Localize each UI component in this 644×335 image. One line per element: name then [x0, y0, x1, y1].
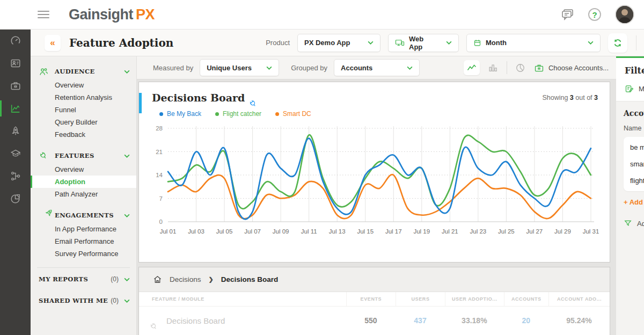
nav-item-path-analyzer[interactable]: Path Analyzer — [31, 188, 136, 200]
top-bar-right: ? — [560, 5, 634, 24]
main-content: Measured by Unique Users Grouped by Acco… — [137, 56, 644, 335]
cell-user-adoption: 33.18% — [445, 316, 504, 325]
nav-item-audience-overview[interactable]: Overview — [31, 79, 136, 91]
svg-text:Jul 19: Jul 19 — [413, 228, 430, 235]
chevron-down-icon — [124, 154, 130, 158]
line-chart-view-button[interactable] — [464, 60, 480, 75]
rail-launch-rocket-icon[interactable] — [0, 120, 31, 142]
product-select[interactable]: PX Demo App — [297, 34, 380, 52]
page-header: « Feature Adoption Product PX Demo App W… — [31, 30, 644, 56]
nav-item-features-overview[interactable]: Overview — [31, 163, 136, 176]
engagements-rocket-icon — [39, 210, 50, 220]
nav-item-in-app-performance[interactable]: In App Performance — [31, 223, 136, 235]
measured-by-select[interactable]: Unique Users — [200, 59, 279, 76]
nav-item-feedback[interactable]: Feedback — [31, 128, 136, 141]
svg-text:Jul 03: Jul 03 — [188, 228, 204, 235]
svg-text:Jul 09: Jul 09 — [273, 228, 289, 235]
rail-reports-pie-icon[interactable] — [0, 187, 31, 210]
filter-manage-row[interactable]: My — [616, 76, 644, 101]
nav-shared-with-me[interactable]: SHARED WITH ME (0) — [31, 293, 136, 309]
svg-text:Jul 11: Jul 11 — [301, 228, 317, 235]
svg-text:Jul 17: Jul 17 — [385, 228, 402, 235]
col-feature-module[interactable]: FEATURE / MODULE — [139, 296, 346, 302]
grouped-by-select[interactable]: Accounts — [334, 59, 420, 76]
svg-text:Jul 15: Jul 15 — [357, 228, 374, 235]
chevron-down-icon — [259, 66, 272, 70]
nav-item-email-performance[interactable]: Email Performance — [31, 235, 136, 247]
account-list-item[interactable]: smart — [624, 156, 644, 172]
account-list-item[interactable]: be my — [624, 139, 644, 156]
rail-contacts-icon[interactable] — [0, 52, 31, 75]
choose-accounts-button[interactable]: Choose Accounts... — [534, 63, 609, 72]
chart-controls-bar: Measured by Unique Users Grouped by Acco… — [137, 56, 616, 79]
rail-education-icon[interactable] — [0, 142, 31, 165]
gainsight-px-logo: GainsightPX — [69, 6, 155, 23]
pie-view-button[interactable] — [513, 60, 529, 75]
showing-mid: out of — [575, 94, 592, 101]
chart-area[interactable]: 07142128Jul 01Jul 03Jul 05Jul 07Jul 09Ju… — [139, 118, 610, 247]
nav-section-audience[interactable]: AUDIENCE — [31, 64, 136, 79]
card-header: Decisions Board Showing 3 out of 3 — [139, 82, 610, 104]
rail-workflow-icon[interactable] — [0, 165, 31, 187]
rail-portfolio-icon[interactable] — [0, 75, 31, 97]
col-user-adoption[interactable]: USER ADOPTIO... — [445, 292, 504, 306]
nav-item-query-builder[interactable]: Query Builder — [31, 116, 136, 128]
platform-select-value: Web App — [409, 35, 438, 51]
controls-divider — [507, 61, 507, 74]
nav-section-engagements[interactable]: ENGAGEMENTS — [31, 208, 136, 223]
devices-icon — [395, 39, 405, 47]
col-account-adoption[interactable]: ACCOUNT ADO... — [548, 292, 610, 306]
rail-dashboard-gauge-icon[interactable] — [0, 30, 31, 52]
table-row[interactable]: Decisions Board 550 437 33.18% 20 95.24% — [139, 307, 610, 334]
sidebar-collapse-button[interactable]: « — [45, 35, 61, 51]
legend-label: Be My Back — [167, 110, 201, 118]
grouped-by-value: Accounts — [341, 64, 372, 72]
home-icon[interactable] — [153, 275, 162, 284]
col-accounts[interactable]: ACCOUNTS — [504, 292, 548, 306]
platform-select[interactable]: Web App — [388, 34, 459, 52]
account-list: be my smart flight c — [624, 137, 644, 191]
breadcrumb-parent[interactable]: Decisions — [170, 275, 201, 283]
chevron-down-icon — [124, 214, 130, 217]
page-title: Feature Adoption — [69, 37, 173, 49]
features-plug-icon — [39, 151, 50, 161]
col-events[interactable]: EVENTS — [346, 292, 396, 306]
add-filter-button[interactable]: Add — [624, 219, 644, 228]
nav-item-retention-analysis[interactable]: Retention Analysis — [31, 91, 136, 104]
add-account-button[interactable]: + Add — [624, 198, 644, 206]
account-list-item[interactable]: flight c — [624, 172, 644, 189]
nav-section-label: AUDIENCE — [55, 68, 95, 75]
logo-text-gainsight: Gainsight — [69, 6, 133, 23]
legend-item-smart-dc[interactable]: Smart DC — [275, 110, 311, 118]
refresh-button[interactable] — [608, 33, 627, 53]
nav-item-survey-performance[interactable]: Survey Performance — [31, 247, 136, 260]
rail-analytics-icon[interactable] — [0, 97, 31, 120]
help-icon[interactable]: ? — [588, 8, 601, 21]
accounts-sort-control[interactable]: Name — [624, 125, 644, 132]
breadcrumb-separator-icon: ❯ — [209, 276, 214, 283]
period-select[interactable]: Month — [466, 34, 601, 52]
cell-events: 550 — [346, 316, 396, 325]
card-accent-bar — [139, 93, 142, 113]
showing-total: 3 — [594, 94, 598, 101]
user-avatar[interactable] — [615, 5, 634, 24]
nav-item-adoption[interactable]: Adoption — [31, 176, 136, 188]
filter-accounts-section: Accounts Name be my smart flight c + Add… — [616, 101, 644, 335]
svg-text:Jul 23: Jul 23 — [470, 228, 487, 235]
svg-text:Jul 05: Jul 05 — [216, 228, 233, 235]
col-users[interactable]: USERS — [396, 292, 445, 306]
trend-line-chart: 07142128Jul 01Jul 03Jul 05Jul 07Jul 09Ju… — [147, 120, 603, 245]
chart-title: Decisions Board — [152, 92, 245, 104]
feature-name: Decisions Board — [166, 316, 225, 325]
hamburger-menu-icon[interactable] — [38, 11, 49, 18]
chat-icon[interactable] — [560, 8, 574, 21]
bar-chart-view-button[interactable] — [485, 60, 501, 75]
svg-text:7: 7 — [159, 195, 163, 202]
legend-item-flight-catcher[interactable]: Flight catcher — [215, 110, 261, 118]
svg-text:0: 0 — [159, 219, 163, 225]
nav-section-features[interactable]: FEATURES — [31, 148, 136, 163]
chevron-down-icon — [124, 278, 130, 281]
legend-item-be-my-back[interactable]: Be My Back — [159, 110, 201, 118]
nav-my-reports[interactable]: MY REPORTS (0) — [31, 271, 136, 287]
nav-item-funnel[interactable]: Funnel — [31, 104, 136, 116]
